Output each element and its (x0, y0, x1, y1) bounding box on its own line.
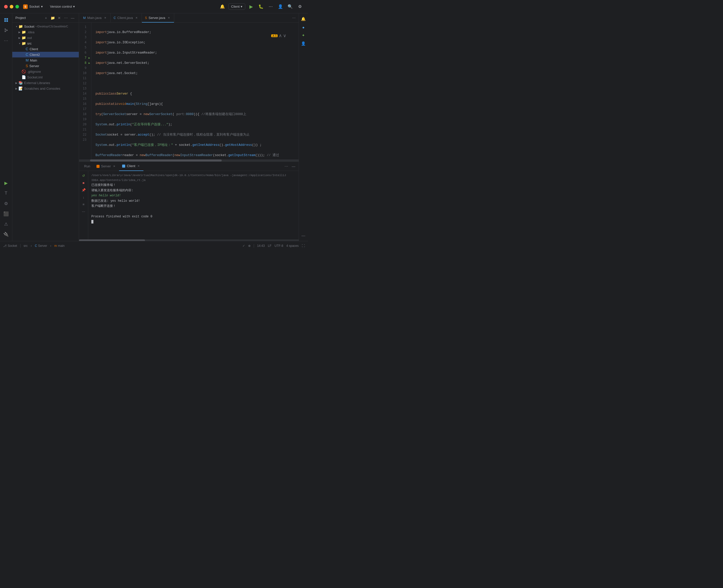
run-tab-client[interactable]: Client ✕ (119, 162, 143, 171)
account-icon[interactable]: 👤 (277, 3, 284, 10)
run-panel-options[interactable]: ⋯ (283, 163, 289, 169)
tab-client-java[interactable]: C Client.java ✕ (111, 13, 142, 23)
close-panel-icon[interactable]: ✕ (56, 15, 62, 21)
sidebar-item-more[interactable]: ⋯ (2, 36, 11, 45)
sidebar-item-build[interactable]: ⚙ (2, 199, 11, 208)
tab-close-server[interactable]: ✕ (167, 16, 171, 20)
tree-item-src[interactable]: ▾ 📁 src (12, 41, 79, 46)
panel-options-icon[interactable]: ⋯ (63, 15, 69, 21)
debug-icon[interactable]: 🐛 (257, 3, 265, 10)
restart-icon[interactable]: ↺ (81, 172, 87, 178)
run-panel-collapse[interactable]: — (290, 163, 297, 169)
editor-tabs: M Main.java ✕ C Client.java ✕ S Server.j… (79, 13, 299, 23)
status-server[interactable]: C Server (35, 244, 47, 248)
sidebar-item-plugins[interactable]: 🔌 (2, 230, 11, 239)
tree-item-scratches[interactable]: ▶ 📝 Scratches and Consoles (12, 86, 79, 91)
code-content[interactable]: import java.io.BufferedReader; import ja… (91, 23, 299, 160)
run-tab-run-label: Run (84, 164, 90, 168)
svg-line-9 (5, 30, 7, 31)
status-encoding-icon[interactable]: ⊕ (248, 244, 251, 248)
status-encoding-label: UTF-8 (275, 244, 283, 248)
sidebar-item-vcs[interactable] (2, 26, 11, 35)
status-main[interactable]: m main (54, 244, 65, 248)
activity-bar: ⋯ ▶ T ⚙ ⬛ ⚠ 🔌 (0, 13, 12, 241)
status-git[interactable]: ⎇ Socket (3, 244, 17, 248)
app-name[interactable]: S Socket ▾ (23, 4, 43, 9)
tree-item-external-libs[interactable]: ▶ 📚 External Libraries (12, 80, 79, 86)
rs-plugin-blue[interactable]: ● (300, 24, 307, 31)
status-vcs-check[interactable]: ✓ (242, 244, 245, 248)
settings-icon[interactable]: ⚙ (296, 3, 304, 10)
status-indent[interactable]: 4 spaces (286, 244, 299, 248)
more-actions-icon[interactable]: ⋯ (267, 3, 275, 10)
notification-icon[interactable]: 🔔 (219, 3, 226, 10)
stop-icon[interactable]: ■ (81, 180, 87, 186)
status-linesep-label: LF (268, 244, 272, 248)
tree-item-client2[interactable]: C Client2 (12, 52, 79, 58)
console-more-icon[interactable]: ⋯ (81, 208, 87, 214)
maximize-button[interactable] (15, 5, 19, 8)
branch-icon: ⎇ (3, 244, 7, 248)
tree-item-out[interactable]: ▶ 📁 out (12, 35, 79, 41)
line-num-19: 19 (79, 117, 88, 122)
run-header-icons: ⋯ — (283, 163, 297, 169)
editor-scrollbar-h[interactable] (79, 160, 299, 162)
svg-rect-1 (6, 18, 8, 20)
close-button[interactable] (4, 5, 8, 8)
rs-copilot[interactable]: 👤 (300, 40, 307, 47)
line-num-12: 12 (79, 81, 88, 86)
sidebar-item-terminal[interactable]: ⬛ (2, 209, 11, 218)
tree-item-main[interactable]: M Main (12, 58, 79, 63)
tab-close-client[interactable]: ✕ (135, 16, 139, 20)
tree-item-client[interactable]: C Client (12, 46, 79, 52)
traffic-lights (4, 5, 19, 8)
project-panel-header: Project + 📁 ✕ ⋯ — (12, 13, 79, 23)
tree-item-gitignore[interactable]: 🚫 .gitignore (12, 69, 79, 74)
tree-item-idea[interactable]: ▶ 📁 .idea (12, 29, 79, 35)
sidebar-item-project[interactable] (2, 15, 11, 25)
sidebar-item-run[interactable]: ▶ (2, 178, 11, 188)
warning-badge[interactable]: ⚠ 1 (271, 34, 278, 37)
tab-server-java[interactable]: S Server.java ✕ (142, 13, 174, 23)
line-num-7[interactable]: 7 ▶ (79, 55, 88, 61)
scroll-to-end-icon[interactable]: ↓ (81, 194, 87, 200)
status-src[interactable]: src (24, 244, 28, 248)
run-left-bar: ↺ ■ 📌 ↓ ≡ ⋯ (79, 171, 88, 239)
console-filter-icon[interactable]: ≡ (81, 201, 87, 207)
rs-ai[interactable]: ✦ (300, 32, 307, 39)
console-output[interactable]: /Users/eve/Library/Java/JavaVirtualMachi… (88, 171, 299, 239)
add-file-icon[interactable]: + (43, 15, 49, 21)
add-folder-icon[interactable]: 📁 (49, 15, 56, 21)
version-control-menu[interactable]: Version control ▾ (48, 4, 77, 9)
run-tab-server[interactable]: Server ✕ (94, 162, 119, 171)
tree-item-socket-root[interactable]: ▾ 📁 Socket ~/Desktop/CS/JavaWeb/C (12, 24, 79, 29)
line-num-10: 10 (79, 71, 88, 76)
tree-item-server[interactable]: S Server (12, 63, 79, 69)
tab-main-java[interactable]: M Main.java ✕ (80, 13, 111, 23)
scroll-down-icon[interactable]: ∨ (283, 33, 286, 39)
tab-close-main[interactable]: ✕ (103, 16, 107, 20)
search-icon[interactable]: 🔍 (286, 3, 294, 10)
tree-item-socketiml[interactable]: 📄 Socket.iml (12, 74, 79, 80)
tab-overflow-menu[interactable]: ⋯ (290, 16, 298, 20)
run-tab-server-label: Server (101, 164, 111, 168)
rs-notifications[interactable]: 🔔 (300, 15, 307, 23)
run-config-selector[interactable]: Client ▾ (228, 3, 245, 10)
tab-icon-main: M (83, 16, 86, 20)
pin-icon[interactable]: 📌 (81, 187, 87, 193)
status-linesep[interactable]: LF (268, 244, 272, 248)
run-button[interactable]: ▶ (247, 3, 255, 10)
sidebar-item-format[interactable]: T (2, 189, 11, 198)
console-scrollbar[interactable] (79, 239, 299, 241)
run-tab-run[interactable]: Run (81, 162, 94, 171)
line-num-8[interactable]: 8 ▶ (79, 61, 88, 66)
minimize-button[interactable] (10, 5, 13, 8)
collapse-panel-icon[interactable]: — (69, 15, 76, 21)
status-expand-icon[interactable]: ⛶ (302, 244, 305, 248)
sidebar-item-problems[interactable]: ⚠ (2, 219, 11, 229)
run-tab-server-close[interactable]: ✕ (113, 165, 116, 168)
scroll-up-icon[interactable]: ∧ (279, 33, 282, 39)
rs-bottom[interactable]: — (300, 232, 307, 239)
run-tab-client-close[interactable]: ✕ (137, 164, 140, 168)
status-encoding[interactable]: UTF-8 (275, 244, 283, 248)
